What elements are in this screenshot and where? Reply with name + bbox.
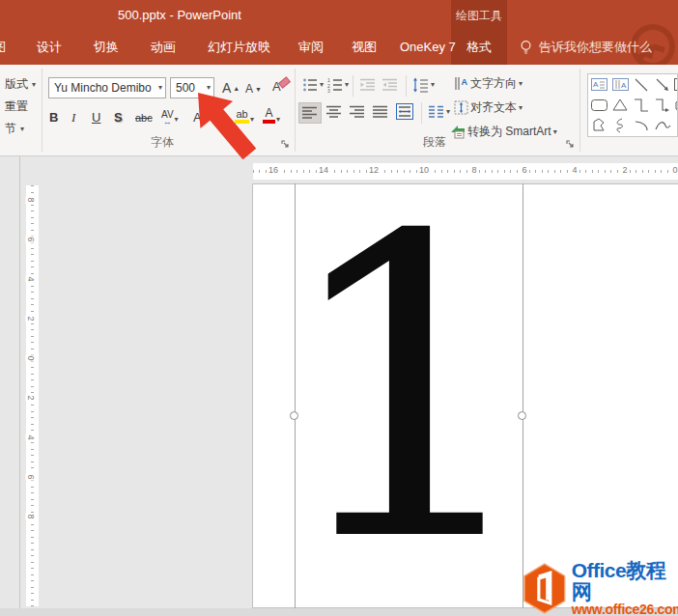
distribute-text-icon — [396, 103, 413, 120]
tab-4[interactable]: 幻灯片放映 — [208, 29, 270, 65]
chevron-down-icon: ▾ — [431, 81, 435, 89]
reset-label: 重置 — [5, 98, 28, 115]
chevron-down-icon: ▾ — [345, 81, 349, 89]
resize-handle-right[interactable] — [518, 411, 526, 420]
textbox-right-edge[interactable] — [523, 183, 523, 616]
align-text-button[interactable]: 对齐文本 ▾ — [454, 99, 523, 116]
layout-label: 版式 — [5, 76, 28, 93]
align-left-button[interactable] — [298, 102, 322, 124]
chevron-down-icon: ▾ — [32, 81, 36, 89]
highlight-color-button[interactable]: ab ▾ — [235, 104, 254, 126]
tab-6[interactable]: 视图 — [352, 29, 377, 65]
hruler-number: 2 — [620, 165, 629, 175]
text-shadow-button[interactable]: S — [114, 104, 123, 126]
slide-canvas[interactable]: 1 — [252, 183, 678, 608]
watermark-site-url: www.office26.com — [572, 602, 678, 616]
align-center-button[interactable] — [326, 105, 342, 119]
columns-button[interactable]: ▾ — [429, 105, 450, 119]
left-right-arrow-icon: ↔ — [161, 120, 174, 124]
shrink-font-button[interactable]: A▼ — [245, 82, 262, 96]
character-spacing-button[interactable]: AV ↔ ▾ — [161, 104, 179, 126]
tab-7[interactable]: OneKey 7 — [400, 29, 456, 65]
justify-button[interactable] — [373, 105, 388, 119]
vruler-number: 6 — [26, 473, 36, 480]
rounded-rectangle-icon — [591, 99, 607, 111]
increase-indent-icon — [381, 77, 398, 93]
align-text-icon — [454, 100, 468, 115]
office-hexagon-logo-icon — [522, 563, 568, 614]
title-bar: 500.pptx - PowerPoint 绘图工具 图 设计切换动画幻灯片放映… — [0, 0, 678, 65]
chevron-down-icon: ▾ — [446, 108, 450, 116]
decrease-indent-button[interactable] — [359, 77, 376, 93]
textbox-left-edge[interactable] — [295, 183, 296, 616]
line-spacing-button[interactable]: ▾ — [412, 77, 435, 93]
separator — [353, 75, 353, 97]
vruler-number: 6 — [26, 236, 36, 242]
chevron-down-icon: ▾ — [553, 128, 557, 136]
tab-5[interactable]: 审阅 — [298, 29, 324, 65]
reset-button[interactable]: 重置 — [5, 98, 28, 115]
tab-1[interactable]: 设计 — [37, 29, 62, 65]
watermark-site-name: Office教程网 — [572, 560, 678, 602]
down-caret-icon: ▼ — [255, 86, 262, 93]
font-name-combobox[interactable]: Yu Mincho Demibo ▾ — [48, 77, 166, 98]
clear-formatting-button[interactable]: A — [272, 79, 290, 94]
font-size-value: 500 — [176, 81, 195, 95]
numbering-button[interactable]: 123 ▾ — [327, 77, 349, 93]
bullets-button[interactable]: ▾ — [302, 77, 324, 93]
paragraph-dialog-launcher[interactable] — [566, 140, 576, 150]
align-right-button[interactable] — [350, 105, 365, 119]
tab-partial[interactable]: 图 — [0, 29, 6, 65]
underline-button[interactable]: U — [92, 104, 100, 126]
layout-button[interactable]: 版式▾ — [5, 76, 36, 93]
pane-divider[interactable] — [19, 156, 20, 616]
window-title: 500.pptx - PowerPoint — [118, 8, 241, 22]
svg-text:A: A — [593, 80, 599, 89]
up-caret-icon: ▲ — [233, 85, 240, 92]
tell-me-box[interactable]: 告诉我你想要做什么 — [520, 29, 652, 65]
bold-button[interactable]: B — [49, 104, 58, 126]
case-letters: Aa — [193, 111, 209, 124]
drawing-tools-label: 绘图工具 — [451, 8, 507, 24]
text-direction-button[interactable]: A 文字方向 ▾ — [454, 75, 523, 92]
scribble-shape-icon — [614, 118, 626, 133]
align-text-label: 对齐文本 — [470, 99, 517, 116]
grow-font-button[interactable]: A▲ — [222, 80, 240, 96]
editor-workspace: 1614121086420 864202468 1 Office教程网 www.… — [0, 156, 678, 616]
vruler-number: 8 — [26, 513, 36, 519]
arrow-shape-icon — [655, 77, 670, 93]
font-color-button[interactable]: A ▾ — [263, 104, 280, 126]
chevron-down-icon: ▾ — [158, 84, 162, 92]
slide-big-number[interactable]: 1 — [277, 182, 542, 598]
svg-text:A: A — [621, 81, 627, 90]
shapes-gallery[interactable]: A A — [587, 73, 678, 137]
change-case-button[interactable]: Aa ▾ — [193, 104, 213, 126]
highlight-letters: ab — [235, 108, 249, 120]
tab-2[interactable]: 切换 — [94, 29, 119, 65]
triangle-shape-icon — [612, 98, 628, 111]
tab-3[interactable]: 动画 — [151, 29, 176, 65]
arc-shape-icon — [635, 120, 649, 131]
chevron-down-icon: ▾ — [20, 126, 24, 133]
line-spacing-icon — [412, 77, 429, 93]
italic-button[interactable]: I — [71, 104, 75, 126]
section-button[interactable]: 节▾ — [5, 121, 24, 137]
textbox-horizontal-icon: A — [591, 78, 607, 91]
strikethrough-button[interactable]: abc — [135, 104, 153, 126]
hruler-number: 4 — [570, 165, 579, 175]
textbox-vertical-icon: A — [612, 78, 629, 91]
vruler-number: 0 — [26, 354, 36, 361]
group-separator — [579, 69, 580, 152]
elbow-arrow-connector-icon — [655, 98, 670, 112]
columns-icon — [429, 105, 444, 119]
tab-format[interactable]: 格式 — [451, 29, 507, 65]
resize-handle-left[interactable] — [290, 411, 298, 420]
site-watermark: Office教程网 www.office26.com — [522, 560, 678, 616]
bullet-list-icon — [302, 77, 318, 93]
elbow-connector-icon — [634, 98, 649, 112]
font-size-combobox[interactable]: 500 ▾ — [170, 77, 214, 98]
increase-indent-button[interactable] — [381, 77, 398, 93]
justify-icon — [373, 105, 388, 119]
distribute-text-button[interactable] — [396, 103, 413, 120]
chevron-down-icon: ▾ — [207, 84, 211, 92]
